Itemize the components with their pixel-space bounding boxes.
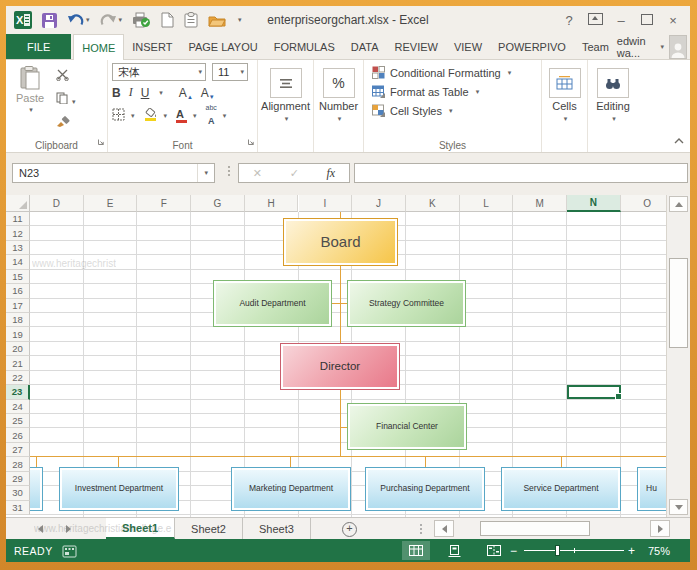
formula-bar-resizer[interactable]: [228, 166, 230, 176]
close-button[interactable]: ×: [660, 13, 686, 28]
row-header-28[interactable]: 28: [6, 457, 30, 471]
underline-dropdown-icon[interactable]: ▾: [159, 89, 163, 97]
avatar[interactable]: [669, 35, 687, 59]
tab-home[interactable]: HOME: [73, 34, 124, 60]
qat-customize-button[interactable]: ▾: [238, 16, 242, 24]
vertical-scrollbar-thumb[interactable]: [669, 258, 688, 348]
formula-input[interactable]: [354, 163, 688, 183]
org-node-strategy[interactable]: Strategy Committee: [347, 280, 466, 327]
zoom-level[interactable]: 75%: [648, 545, 670, 557]
name-box[interactable]: N23 ▾: [12, 163, 215, 183]
decrease-font-button[interactable]: A▼: [201, 86, 215, 100]
cut-button[interactable]: [56, 67, 76, 85]
undo-button[interactable]: ▾: [67, 13, 90, 27]
org-node-purchasing[interactable]: Purchasing Department: [365, 467, 485, 511]
attachment-button[interactable]: [184, 12, 198, 28]
next-sheet-button[interactable]: [66, 525, 71, 533]
sheet-tab-sheet2[interactable]: Sheet2: [175, 518, 243, 539]
tab-formulas[interactable]: FORMULAS: [266, 34, 343, 59]
org-node-dept-clipped[interactable]: [30, 467, 43, 511]
org-node-audit[interactable]: Audit Department: [213, 280, 332, 327]
column-header-F[interactable]: F: [137, 195, 191, 212]
zoom-in-button[interactable]: +: [628, 544, 635, 558]
redo-button[interactable]: ▾: [100, 13, 123, 27]
row-header-29[interactable]: 29: [6, 472, 30, 486]
new-document-button[interactable]: [161, 12, 174, 28]
undo-dropdown-icon[interactable]: ▾: [86, 16, 90, 24]
format-as-table-button[interactable]: Format as Table▾: [372, 82, 537, 101]
user-account[interactable]: edwin wa... ▾: [617, 34, 690, 59]
row-header-20[interactable]: 20: [6, 342, 30, 356]
save-button[interactable]: [42, 13, 57, 28]
alignment-button[interactable]: Alignment ▾: [262, 63, 309, 123]
new-sheet-button[interactable]: +: [342, 522, 357, 537]
font-color-button[interactable]: A: [176, 108, 187, 123]
previous-sheet-button[interactable]: [38, 525, 43, 533]
collapse-ribbon-button[interactable]: [668, 130, 690, 152]
underline-button[interactable]: U: [141, 86, 150, 100]
tab-data[interactable]: DATA: [343, 34, 387, 59]
tab-file[interactable]: FILE: [6, 34, 71, 59]
org-node-hr[interactable]: Hu: [637, 467, 666, 511]
vertical-scrollbar[interactable]: [666, 195, 690, 517]
cancel-button[interactable]: ✕: [253, 167, 262, 180]
conditional-formatting-button[interactable]: Conditional Formatting▾: [372, 63, 537, 82]
column-header-J[interactable]: J: [352, 195, 406, 212]
org-node-financial[interactable]: Financial Center: [347, 403, 467, 450]
print-preview-button[interactable]: [132, 12, 151, 28]
scroll-up-button[interactable]: [669, 196, 688, 212]
fill-color-button[interactable]: [144, 107, 158, 125]
org-node-board[interactable]: Board: [283, 218, 398, 266]
sheet-tab-sheet1[interactable]: Sheet1: [106, 518, 175, 539]
paste-button[interactable]: Paste ▾: [10, 63, 50, 131]
zoom-out-button[interactable]: −: [510, 544, 517, 558]
bold-button[interactable]: B: [112, 86, 121, 100]
editing-button[interactable]: Editing ▾: [592, 63, 634, 123]
tab-powerpivo[interactable]: POWERPIVO: [490, 34, 574, 59]
row-header-27[interactable]: 27: [6, 443, 30, 457]
column-header-M[interactable]: M: [513, 195, 567, 212]
font-size-select[interactable]: 11▾: [212, 63, 248, 81]
help-button[interactable]: ?: [556, 13, 582, 28]
name-box-dropdown-icon[interactable]: ▾: [197, 164, 214, 182]
tab-strip-resizer[interactable]: [420, 524, 422, 534]
column-header-I[interactable]: I: [299, 195, 353, 212]
font-name-select[interactable]: 宋体▾: [112, 63, 206, 81]
clipboard-dialog-launcher[interactable]: [97, 132, 105, 150]
scroll-right-button[interactable]: [650, 520, 670, 537]
select-all-corner[interactable]: [6, 195, 30, 212]
tab-view[interactable]: VIEW: [446, 34, 490, 59]
column-header-G[interactable]: G: [191, 195, 245, 212]
font-dialog-launcher[interactable]: [247, 132, 255, 150]
borders-button[interactable]: [112, 107, 125, 125]
row-header-15[interactable]: 15: [6, 270, 30, 284]
cell-styles-button[interactable]: Cell Styles▾: [372, 101, 537, 120]
row-header-11[interactable]: 11: [6, 212, 30, 226]
cells-button[interactable]: Cells ▾: [546, 63, 583, 123]
column-header-O[interactable]: O: [621, 195, 666, 212]
org-node-marketing[interactable]: Marketing Department: [231, 467, 351, 511]
row-header-19[interactable]: 19: [6, 327, 30, 341]
row-header-12[interactable]: 12: [6, 226, 30, 240]
zoom-slider-thumb[interactable]: [555, 545, 560, 556]
cell-grid[interactable]: www.heritagechristiancollege.e BoardAudi…: [30, 212, 666, 517]
phonetic-button[interactable]: abcA: [206, 104, 217, 127]
horizontal-scrollbar-thumb[interactable]: [480, 521, 590, 536]
open-folder-button[interactable]: [208, 14, 226, 27]
column-header-N[interactable]: N: [567, 195, 621, 212]
maximize-button[interactable]: [634, 13, 660, 28]
sheet-tab-sheet3[interactable]: Sheet3: [243, 518, 311, 539]
tab-team[interactable]: Team: [574, 34, 617, 59]
row-header-26[interactable]: 26: [6, 428, 30, 442]
row-header-22[interactable]: 22: [6, 371, 30, 385]
copy-button[interactable]: ▾: [56, 90, 76, 108]
org-node-service[interactable]: Service Department: [501, 467, 621, 511]
page-layout-view-button[interactable]: [440, 541, 468, 560]
row-header-31[interactable]: 31: [6, 501, 30, 515]
row-header-14[interactable]: 14: [6, 255, 30, 269]
page-break-view-button[interactable]: [480, 541, 508, 560]
format-painter-button[interactable]: [56, 113, 76, 131]
italic-button[interactable]: I: [129, 85, 133, 100]
normal-view-button[interactable]: [402, 541, 430, 560]
row-header-18[interactable]: 18: [6, 313, 30, 327]
